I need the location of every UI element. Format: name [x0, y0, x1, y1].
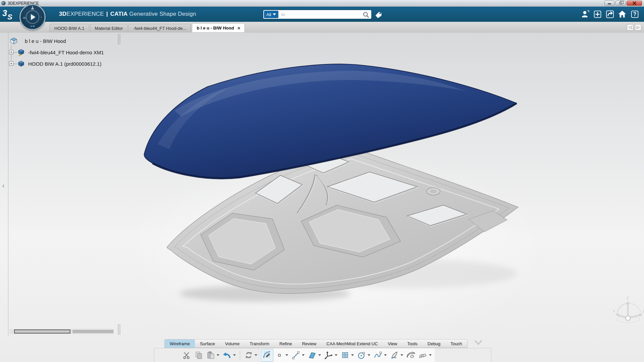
- extrude-icon: [390, 351, 399, 360]
- tab-bleu-biw-hood[interactable]: b l e u - BIW Hood ×: [192, 23, 245, 32]
- action-bar-sections: Wireframe Surface Volume Transform Refin…: [164, 339, 468, 348]
- axis-dropdown-caret[interactable]: [335, 354, 337, 356]
- paste-button[interactable]: [205, 349, 217, 362]
- multi-section-icon: [418, 351, 428, 360]
- section-tab-caa-mechmod[interactable]: CAA MechMod Extend UC: [321, 340, 383, 348]
- app-name-rest: Generative Shape Design: [129, 11, 196, 17]
- compass-info-quadrant[interactable]: i: [41, 16, 42, 19]
- section-tab-touch[interactable]: Touch: [445, 340, 467, 348]
- section-tab-view[interactable]: View: [383, 340, 402, 348]
- expand-plus-icon[interactable]: +: [9, 50, 13, 54]
- circle-icon: [357, 351, 366, 360]
- line-button[interactable]: [290, 349, 302, 362]
- home-icon[interactable]: [618, 9, 627, 19]
- update-button[interactable]: [243, 349, 255, 362]
- tree-connector: [11, 45, 11, 64]
- update-dropdown-caret[interactable]: [255, 354, 257, 356]
- user-icon[interactable]: [580, 9, 590, 19]
- compass-social-icon[interactable]: [31, 6, 34, 9]
- grid-dropdown-caret[interactable]: [351, 354, 354, 356]
- compass-widget[interactable]: 3D i V.R: [19, 4, 46, 30]
- triad-z-label: Z: [627, 296, 629, 300]
- section-tab-refine[interactable]: Refine: [274, 340, 297, 348]
- tab-scroll-left-icon[interactable]: ◁: [627, 24, 633, 31]
- paste-dropdown-caret[interactable]: [217, 354, 219, 356]
- section-tab-surface[interactable]: Surface: [195, 340, 220, 348]
- collapse-bar-chevron-icon[interactable]: [474, 340, 483, 346]
- tree-item-label[interactable]: -fwi4-bleu44_FT Hood-demo XM1: [28, 50, 104, 55]
- restore-button[interactable]: [615, 1, 626, 6]
- spline-dropdown-caret[interactable]: [384, 354, 387, 356]
- collapse-panel-chevron-icon[interactable]: ‹: [0, 181, 6, 190]
- extrude-button[interactable]: [388, 349, 400, 362]
- add-icon[interactable]: [593, 9, 602, 19]
- close-button[interactable]: [627, 1, 642, 6]
- tree-item-label[interactable]: HOOD BIW A.1 (prd00003612.1): [28, 61, 101, 67]
- compass-vr-quadrant[interactable]: V.R: [30, 25, 35, 28]
- tree-panel-border: [8, 33, 8, 336]
- close-icon: [633, 1, 636, 5]
- plane-dropdown-caret[interactable]: [318, 354, 321, 356]
- tab-close-icon[interactable]: ×: [237, 25, 240, 31]
- point-dropdown-caret[interactable]: [285, 354, 288, 356]
- point-icon: [276, 352, 283, 359]
- tag-icon[interactable]: [374, 11, 382, 19]
- line-dropdown-caret[interactable]: [302, 354, 305, 356]
- expand-plus-icon[interactable]: +: [9, 61, 13, 66]
- paste-icon: [206, 351, 215, 360]
- document-tabbar: HOOD BIW A.1 Material Editor -fwi4-bleu4…: [0, 22, 644, 33]
- spline-button[interactable]: [372, 349, 384, 362]
- panel-splitter-handle[interactable]: [118, 324, 120, 335]
- section-tab-transform[interactable]: Transform: [245, 340, 274, 348]
- app-icon: [1, 1, 6, 5]
- 3d-model-canvas[interactable]: [0, 33, 644, 362]
- scrollbar-thumb[interactable]: [14, 329, 70, 334]
- section-tab-debug[interactable]: Debug: [423, 340, 445, 348]
- tree-item-product[interactable]: HOOD BIW A.1 (prd00003612.1): [17, 59, 101, 68]
- section-tab-wireframe[interactable]: Wireframe: [165, 340, 195, 348]
- search-input[interactable]: [279, 12, 362, 17]
- section-tab-tools[interactable]: Tools: [402, 340, 422, 348]
- triad-x-label: X: [643, 310, 644, 313]
- tree-connector: [13, 64, 17, 64]
- axis-system-button[interactable]: [323, 349, 335, 362]
- tree-horizontal-scrollbar[interactable]: [9, 329, 114, 334]
- minimize-button[interactable]: [604, 1, 614, 6]
- sketch-button[interactable]: [261, 349, 273, 362]
- tree-item-representation[interactable]: -fwi4-bleu44_FT Hood-demo XM1: [17, 48, 104, 57]
- extrude-dropdown-caret[interactable]: [400, 354, 403, 356]
- share-icon[interactable]: [605, 9, 614, 19]
- copy-button[interactable]: [193, 349, 205, 362]
- point-button[interactable]: [273, 349, 285, 362]
- undo-dropdown-caret[interactable]: [233, 354, 236, 356]
- sweep-button[interactable]: [405, 349, 417, 362]
- section-tab-review[interactable]: Review: [297, 340, 321, 348]
- search-icon[interactable]: [362, 11, 369, 18]
- 3d-viewport[interactable]: b l e u - BIW Hood -fwi4-bleu44_FT Hood-…: [0, 33, 644, 362]
- multi-section-button[interactable]: [417, 349, 429, 362]
- undo-button[interactable]: [221, 349, 233, 362]
- scrollbar-fill: [72, 330, 113, 333]
- tab-hood-biw[interactable]: HOOD BIW A.1: [50, 24, 89, 32]
- grid-button[interactable]: [339, 349, 351, 362]
- brand-header: 3 S 3D i V.R 3DEXPERIENCE|CATIA Generati…: [0, 7, 644, 22]
- tab-material-editor[interactable]: Material Editor: [90, 24, 128, 32]
- tree-item-root[interactable]: b l e u - BIW Hood: [10, 37, 66, 45]
- section-tab-volume[interactable]: Volume: [220, 340, 245, 348]
- circle-button[interactable]: [356, 349, 368, 362]
- tab-scroll-right-icon[interactable]: ▷: [635, 24, 641, 31]
- circle-dropdown-caret[interactable]: [368, 354, 370, 356]
- tab-fwi4-bleu44[interactable]: -fwi4-bleu44_FT Hood-de...: [128, 24, 191, 32]
- search-scope-dropdown[interactable]: All: [264, 11, 278, 18]
- restore-icon: [619, 2, 622, 4]
- cut-button[interactable]: [180, 349, 193, 362]
- multi-section-dropdown-caret[interactable]: [429, 354, 432, 356]
- help-icon[interactable]: ?: [630, 9, 639, 19]
- tree-item-label[interactable]: b l e u - BIW Hood: [25, 38, 66, 44]
- plane-button[interactable]: [306, 349, 318, 362]
- assembly-cube-icon: [10, 37, 17, 45]
- compass-play-button[interactable]: [26, 10, 39, 24]
- minimize-icon: [608, 3, 611, 4]
- panel-splitter-handle[interactable]: [118, 34, 120, 45]
- axis-triad[interactable]: Z Y X: [612, 296, 644, 325]
